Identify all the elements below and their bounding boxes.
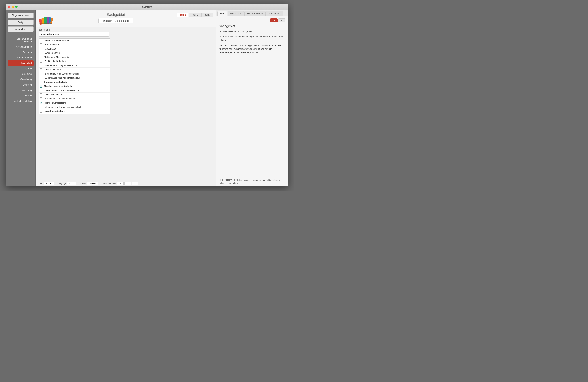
- subject-checkbox[interactable]: [40, 89, 42, 92]
- bedienhinweis-text: BEDIENHINWEIS: Klicken Sie in ein Eingab…: [219, 179, 280, 184]
- sidebar-item-kontext[interactable]: Kontext und Info: [8, 44, 34, 50]
- tab-hintergrund-info[interactable]: Hintergrund-Info: [244, 11, 266, 16]
- meta1-input[interactable]: [117, 182, 124, 185]
- tab-zusatzfelder[interactable]: Zusatzfelder: [266, 11, 283, 16]
- sidebar-item-benennung[interactable]: Benennung und Attribute: [8, 36, 34, 44]
- subject-checkbox[interactable]: [40, 106, 42, 108]
- sidebar-item-sachgebiet[interactable]: Sachgebiet: [8, 60, 34, 66]
- subject-row[interactable]: ✓Physikalische Messtechnik: [39, 84, 110, 88]
- subject-list[interactable]: Chemische Messtechnik. Bodenanalyse. Gas…: [39, 38, 110, 114]
- term-input[interactable]: [44, 182, 55, 185]
- subject-row[interactable]: . Gasanalyse: [39, 47, 110, 51]
- subject-row[interactable]: . Drehmoment- und Kraftmesstechnik: [39, 88, 110, 93]
- subject-name: . Drehmoment- und Kraftmesstechnik: [44, 89, 109, 92]
- profil2-button[interactable]: Profil 2: [189, 13, 201, 17]
- profil3-button[interactable]: Profil 3: [202, 13, 213, 17]
- main-window: flashterm Eingabestandards Fertig Abbrec…: [6, 4, 288, 186]
- subject-checkbox[interactable]: [40, 56, 42, 58]
- subject-name: . Widerstands- und Kapazitätsmessung: [44, 77, 109, 79]
- language-input[interactable]: [67, 182, 76, 185]
- window-title: flashterm: [142, 5, 152, 8]
- subject-checkbox[interactable]: [40, 81, 42, 83]
- right-content: de en Sachgebiet Eingabemaske für das Sa…: [216, 16, 288, 176]
- help-title: Sachgebiet: [219, 24, 285, 28]
- subject-checkbox[interactable]: [40, 68, 42, 71]
- subject-name: . Druckmesstechnik: [44, 93, 109, 96]
- subject-row[interactable]: Elektrische Messtechnik: [39, 55, 110, 59]
- tab-whiteboard[interactable]: Whiteboard: [228, 11, 244, 16]
- subject-name: . Bodenanalyse: [44, 43, 109, 46]
- subject-name: Umweltmesstechnik: [44, 110, 109, 113]
- subject-checkbox[interactable]: [40, 64, 42, 67]
- sidebar-item-gewichtung[interactable]: Gewichtung: [8, 77, 34, 82]
- concept-input[interactable]: [87, 182, 98, 185]
- lang-de-button[interactable]: de: [270, 19, 277, 22]
- subject-row[interactable]: . Spannungs- und Strommesstechnik: [39, 72, 110, 76]
- subject-checkbox[interactable]: ✓: [40, 102, 42, 104]
- sidebar-item-verknuepfungen[interactable]: Verknüpfungen: [8, 55, 34, 60]
- subject-name: Elektrische Messtechnik: [44, 56, 109, 58]
- subject-checkbox[interactable]: [40, 97, 42, 100]
- lang-en-button[interactable]: en: [278, 19, 285, 22]
- profil1-button[interactable]: Profil 1: [176, 13, 189, 17]
- subject-checkbox[interactable]: [40, 114, 42, 114]
- subject-checkbox[interactable]: [40, 60, 42, 63]
- abbrechen-button[interactable]: Abbrechen: [8, 26, 34, 32]
- sidebar-item-abbildung[interactable]: Abbildung: [8, 88, 34, 93]
- subject-row[interactable]: . Frequenz- und Signalmesstechnik: [39, 63, 110, 68]
- traffic-lights: [8, 6, 18, 8]
- subject-row[interactable]: . Volumen- und Durchflussmesstechnik: [39, 105, 110, 109]
- tab-hilfe[interactable]: Hilfe: [217, 11, 227, 16]
- subject-name: . Wasseranalyse: [44, 52, 109, 54]
- subject-row[interactable]: . Druckmesstechnik: [39, 93, 110, 97]
- fertig-button[interactable]: Fertig: [8, 19, 34, 25]
- subject-row[interactable]: ✓. Temperaturmesstechnik: [39, 101, 110, 105]
- minimize-button[interactable]: [12, 6, 14, 8]
- sidebar-item-homonyme[interactable]: Homonyme: [8, 71, 34, 77]
- sidebar-item-kategorien[interactable]: Kategorien: [8, 66, 34, 71]
- title-language-area: Sachgebiet Deutsch - Deutschland: [55, 12, 176, 23]
- subject-checkbox[interactable]: [40, 39, 42, 42]
- center-header: Sachgebiet Deutsch - Deutschland Profil …: [36, 10, 216, 27]
- right-tabs: Hilfe Whiteboard Hintergrund-Info Zusatz…: [216, 10, 288, 16]
- sidebar-item-definition[interactable]: Definition: [8, 82, 34, 88]
- lang-toggle: de en: [219, 19, 285, 22]
- subject-row[interactable]: Umweltmesstechnik: [39, 109, 110, 114]
- meta2-input[interactable]: [124, 182, 131, 185]
- bedienhinweis: BEDIENHINWEIS: Klicken Sie in ein Eingab…: [216, 176, 288, 186]
- metamorphose-group: Metamorphose: [103, 182, 138, 185]
- subject-row[interactable]: . Widerstands- und Kapazitätsmessung: [39, 76, 110, 80]
- metamorphose-label: Metamorphose: [103, 183, 116, 185]
- sidebar-item-infobox[interactable]: InfoBox: [8, 93, 34, 98]
- subject-row[interactable]: . Wasseranalyse: [39, 51, 110, 55]
- subject-row[interactable]: . Leistungsmessung: [39, 68, 110, 72]
- subject-checkbox[interactable]: ✓: [40, 85, 42, 88]
- sidebar-item-bearbeiten-infobox[interactable]: Bearbeiten, InfoBox: [8, 98, 34, 104]
- center-panel: Sachgebiet Deutsch - Deutschland Profil …: [36, 10, 216, 186]
- subject-name: . Temperaturmesstechnik: [44, 102, 109, 104]
- subject-checkbox[interactable]: [40, 77, 42, 79]
- subject-row[interactable]: Chemische Messtechnik: [39, 38, 110, 43]
- fullscreen-button[interactable]: [15, 6, 18, 8]
- benennung-input[interactable]: [39, 32, 109, 37]
- sidebar-item-flexionen[interactable]: Flexionen: [8, 50, 34, 55]
- subject-checkbox[interactable]: [40, 110, 42, 113]
- subject-checkbox[interactable]: [40, 93, 42, 96]
- subject-name: Chemische Messtechnik: [44, 39, 109, 42]
- subject-row[interactable]: . Strahlungs- und Lichtmesstechnik: [39, 97, 110, 101]
- subject-row[interactable]: . Feuchtigkeitsmessung: [39, 114, 110, 114]
- subject-checkbox[interactable]: [40, 43, 42, 46]
- subject-checkbox[interactable]: [40, 52, 42, 54]
- subject-row[interactable]: . Bodenanalyse: [39, 43, 110, 47]
- meta3-input[interactable]: [132, 182, 138, 185]
- subject-checkbox[interactable]: [40, 73, 42, 75]
- subject-row[interactable]: . Elektrische Sicherheit: [39, 59, 110, 63]
- subject-row[interactable]: Optische Messtechnik: [39, 80, 110, 84]
- term-field-group: Term: [39, 182, 55, 185]
- books-icon: [39, 12, 53, 25]
- eingabestandards-button[interactable]: Eingabestandards: [8, 13, 34, 18]
- concept-label: Concept: [79, 183, 86, 185]
- language-field-group: Language: [57, 182, 76, 185]
- close-button[interactable]: [8, 6, 10, 8]
- subject-checkbox[interactable]: [40, 48, 42, 50]
